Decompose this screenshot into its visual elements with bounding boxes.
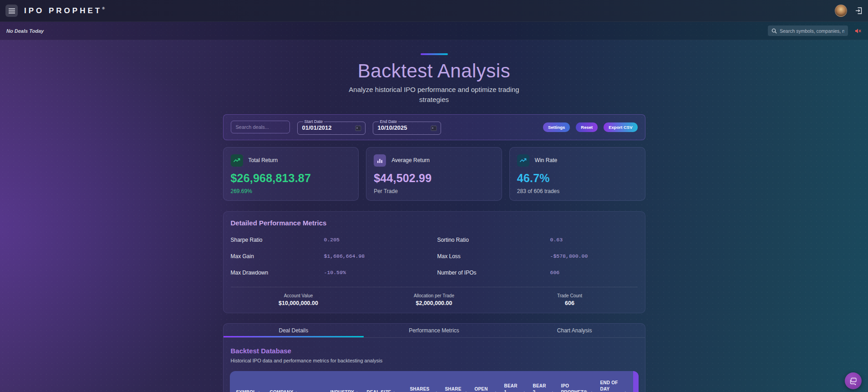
metric-label: Max Loss <box>437 253 550 260</box>
status-toolbar: No Deals Today <box>0 22 868 40</box>
database-title: Backtest Database <box>231 347 638 355</box>
start-date-label: Start Date <box>303 119 325 124</box>
column-header-eod-closing-price[interactable]: End of Day Closing Price↑ <box>594 371 628 392</box>
metric-row: Sortino Ratio 0.63 <box>437 237 638 243</box>
logout-icon <box>855 7 862 14</box>
sort-arrow-icon[interactable]: ↑ <box>393 389 395 392</box>
stat-label: Total Return <box>249 157 278 163</box>
stat-sub: 283 of 606 trades <box>517 188 638 194</box>
metric-value: 0.205 <box>324 237 340 243</box>
sort-arrow-icon[interactable]: ↑ <box>295 389 297 392</box>
active-tab-indicator <box>223 336 364 337</box>
end-date-label: End Date <box>379 119 399 124</box>
global-search-input[interactable] <box>780 28 844 34</box>
sort-arrow-icon[interactable]: ↑ <box>465 389 467 392</box>
column-header-deal-size[interactable]: Deal Size↑ <box>360 371 404 392</box>
sort-arrow-icon[interactable]: ↑ <box>435 389 437 392</box>
sort-arrow-icon[interactable]: ↑ <box>258 389 260 392</box>
deal-status-text: No Deals Today <box>6 28 44 34</box>
hero-divider <box>421 53 448 55</box>
column-header-symbol[interactable]: Symbol↑ <box>230 371 264 392</box>
summary-value: $10,000,000.00 <box>231 300 366 306</box>
metric-value: 0.63 <box>550 237 563 243</box>
sort-arrow-icon[interactable]: ↑ <box>523 389 525 392</box>
summary-label: Allocation per Trade <box>366 293 502 298</box>
end-date-value[interactable]: 10/10/2025 <box>378 124 428 131</box>
backtest-table: Symbol↑ Company↑ Industry↑ Deal Size↑ Sh… <box>230 371 639 392</box>
metric-row: Max Loss -$578,800.00 <box>437 253 638 260</box>
settings-button[interactable]: Settings <box>543 122 570 132</box>
reset-button[interactable]: Reset <box>576 122 598 132</box>
filter-bar: Start Date 01/01/2012 End Date 10/10/202… <box>223 114 645 140</box>
deal-search-input[interactable] <box>231 121 290 133</box>
stat-label: Win Rate <box>535 157 557 163</box>
start-date-value[interactable]: 01/01/2012 <box>302 124 352 131</box>
chat-bubble-icon <box>849 377 858 385</box>
metric-row: Sharpe Ratio 0.205 <box>231 237 431 243</box>
column-header-shares-offered[interactable]: Shares Offered↑ <box>404 371 439 392</box>
column-header-bear-1-price[interactable]: Bear 1 Price↑ <box>498 371 527 392</box>
summary-allocation: Allocation per Trade $2,000,000.00 <box>366 293 502 306</box>
trending-up-icon <box>517 154 529 167</box>
stat-value: $44,502.99 <box>374 172 494 185</box>
summary-label: Account Value <box>231 293 366 298</box>
summary-trade-count: Trade Count 606 <box>502 293 638 306</box>
average-return-card: Average Return $44,502.99 Per Trade <box>366 147 502 201</box>
metrics-title: Detailed Performance Metrics <box>231 219 638 227</box>
metric-value: 606 <box>550 270 560 275</box>
app-header: IPO PROPHET® <box>0 0 868 22</box>
sort-arrow-icon[interactable]: ↑ <box>356 389 358 392</box>
summary-value: 606 <box>502 300 638 306</box>
column-header-industry[interactable]: Industry↑ <box>324 371 360 392</box>
table-scrollbar[interactable] <box>633 371 639 392</box>
total-return-card: Total Return $26,968,813.87 269.69% <box>223 147 359 201</box>
trademark: ® <box>102 6 105 10</box>
metric-label: Max Gain <box>231 253 324 260</box>
stat-value: $26,968,813.87 <box>231 172 351 185</box>
page-subtitle: Analyze historical IPO performance and o… <box>341 85 528 105</box>
column-header-exit-price[interactable]: IPO Prophet® Exit Price↑ <box>555 371 594 392</box>
global-search-box[interactable] <box>768 25 848 36</box>
stat-value: 46.7% <box>517 172 638 185</box>
sort-arrow-icon[interactable]: ↑ <box>624 389 626 392</box>
tab-performance-metrics[interactable]: Performance Metrics <box>364 324 504 337</box>
summary-account-value: Account Value $10,000,000.00 <box>231 293 366 306</box>
trending-up-icon <box>231 154 243 167</box>
calendar-icon[interactable] <box>431 125 437 131</box>
sort-arrow-icon[interactable]: ↑ <box>494 389 497 392</box>
export-csv-button[interactable]: Export CSV <box>604 122 637 132</box>
logout-button[interactable] <box>854 7 863 15</box>
tab-chart-analysis[interactable]: Chart Analysis <box>504 324 645 337</box>
bar-chart-icon <box>374 154 386 167</box>
stat-label: Average Return <box>391 157 430 163</box>
mute-icon[interactable] <box>854 27 862 35</box>
table-header-row: Symbol↑ Company↑ Industry↑ Deal Size↑ Sh… <box>230 371 639 392</box>
stat-sub: 269.69% <box>231 188 351 194</box>
start-date-field[interactable]: Start Date 01/01/2012 <box>297 119 365 135</box>
summary-label: Trade Count <box>502 293 638 298</box>
user-avatar[interactable] <box>835 5 847 17</box>
search-icon <box>772 28 777 34</box>
column-header-company[interactable]: Company↑ <box>264 371 324 392</box>
tab-bar: Deal Details Performance Metrics Chart A… <box>223 324 645 338</box>
column-header-share-price[interactable]: Share Price↑ <box>439 371 468 392</box>
win-rate-card: Win Rate 46.7% 283 of 606 trades <box>509 147 645 201</box>
database-subtitle: Historical IPO data and performance metr… <box>231 358 638 363</box>
menu-button[interactable] <box>5 5 18 17</box>
column-header-open-price[interactable]: Open Price↑ <box>468 371 498 392</box>
metric-value: -10.59% <box>324 270 346 275</box>
tab-deal-details[interactable]: Deal Details <box>223 324 364 337</box>
metric-row: Max Gain $1,686,664.98 <box>231 253 431 260</box>
metric-label: Number of IPOs <box>437 270 550 276</box>
detailed-metrics-panel: Detailed Performance Metrics Sharpe Rati… <box>223 211 645 313</box>
chat-button[interactable] <box>845 372 862 389</box>
sort-arrow-icon[interactable]: ↑ <box>551 389 553 392</box>
column-header-bear-2-price[interactable]: Bear 2 Price↑ <box>527 371 555 392</box>
sort-arrow-icon[interactable]: ↑ <box>590 389 593 392</box>
database-panel: Deal Details Performance Metrics Chart A… <box>223 323 645 392</box>
end-date-field[interactable]: End Date 10/10/2025 <box>373 119 441 135</box>
page-title: Backtest Analysis <box>223 60 645 82</box>
stat-sub: Per Trade <box>374 188 494 194</box>
calendar-icon[interactable] <box>355 125 361 131</box>
app-logo: IPO PROPHET® <box>24 6 105 15</box>
